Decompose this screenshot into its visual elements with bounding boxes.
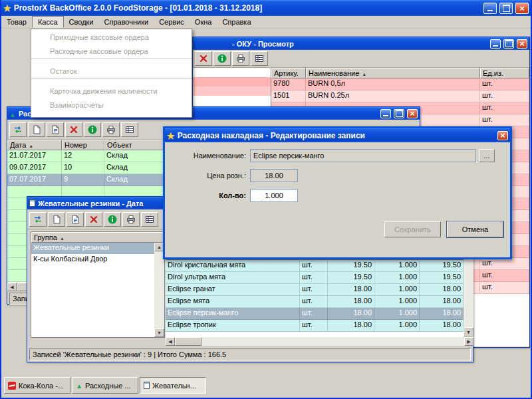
menu-item[interactable]: Справочники [99,16,154,28]
list-button[interactable] [141,212,158,227]
oku-group-row[interactable] [193,77,271,86]
table-row[interactable]: Dirol ультра мята шт. 19.50 1.000 19.50 [166,272,464,284]
menu-item[interactable]: Окна [190,16,217,28]
cancel-button[interactable]: Отмена [447,221,503,237]
dropdown-menu-item[interactable]: Остаток [31,65,192,79]
invoices-maximize-button[interactable] [394,109,404,118]
table-row[interactable]: Dirol кристальная мята шт. 19.50 1.000 1… [166,260,464,272]
menu-item[interactable]: Товар [1,16,32,28]
info-button[interactable] [104,212,121,227]
maximize-button[interactable] [499,3,513,14]
column-header-number[interactable]: Номер [62,140,104,150]
list-icon [254,53,265,64]
dialog-title-bar[interactable]: Расходная накладная - Редактирование зап… [165,128,510,142]
edit-record-button[interactable] [66,212,84,227]
info-icon [107,214,118,225]
green-triangle-icon [76,382,82,390]
main-title-bar[interactable]: ProstorX BackOffice 2.0.0 FoodStorage - … [1,0,531,16]
group-row[interactable]: Жевательные резинки [31,243,164,254]
edit-document-icon [50,124,61,135]
taskbar-button-cola[interactable]: Кока-Кола -... [4,377,70,394]
scrollbar-track[interactable] [201,337,464,346]
gum-window-icon [29,200,35,207]
menu-item[interactable]: Сервис [154,16,190,28]
table-row[interactable]: Eclipse тропик шт. 18.00 1.000 18.00 [166,320,464,332]
column-header-art[interactable]: Артику. [271,68,306,78]
oku-close-button[interactable] [517,39,527,49]
print-button[interactable] [122,212,140,227]
list-button[interactable] [121,122,138,137]
page-icon [144,382,150,389]
qty-label: Кол-во: [190,192,246,200]
scroll-down-button[interactable] [464,327,473,336]
oku-title-bar[interactable]: - ОКУ - Просмотр [193,37,529,50]
scroll-down-button[interactable] [154,329,164,337]
invoices-close-button[interactable] [407,109,418,118]
gum-status-bar: Записей 'Жевательные резинки' : 9 | Итог… [29,348,471,360]
table-row[interactable]: Eclipse гранат шт. 18.00 1.000 18.00 [166,284,464,296]
price-field[interactable] [250,169,298,182]
delete-button[interactable] [65,122,82,137]
taskbar-button-label: Расходные ... [85,382,131,390]
table-row[interactable]: 1501 BURN 0.25л шт. [271,90,529,102]
scrollbar-track[interactable] [464,259,473,327]
info-button[interactable] [84,122,101,137]
gum-horizontal-scrollbar[interactable] [166,336,473,346]
print-button[interactable] [232,51,249,66]
print-button[interactable] [102,122,120,137]
dropdown-menu-item[interactable]: Взаиморасчеты [31,98,192,112]
taskbar-button-gum[interactable]: Жевательн... [140,377,206,394]
invoices-minimize-button[interactable] [380,109,391,118]
oku-table-header: Артику. Наименование Ед.из. [271,68,529,78]
group-row[interactable]: К-сы Колбасный Двор [31,254,164,265]
menu-item[interactable]: Сводки [64,16,99,28]
gum-rows: Dirol кристальная мята шт. 19.50 1.000 1… [166,260,464,332]
price-label: Цена розн.: [190,172,246,180]
list-icon [144,214,155,225]
scroll-left-button[interactable] [166,337,175,346]
column-header-name[interactable]: Наименование [306,68,480,78]
oku-group-row[interactable] [193,86,271,96]
save-button[interactable]: Сохранить [384,221,441,237]
taskbar-button-invoices[interactable]: Расходные ... [72,377,138,394]
close-button[interactable] [515,3,529,14]
column-header-date[interactable]: Дата [7,140,62,150]
column-header-unit[interactable]: Ед.из. [480,68,529,78]
delete-button[interactable] [85,212,102,227]
list-button[interactable] [251,51,268,66]
info-button[interactable] [213,51,231,66]
table-row[interactable]: Eclipse персик-манго шт. 18.00 1.000 18.… [166,308,464,320]
new-record-button[interactable] [28,122,45,137]
browse-button[interactable]: ... [479,149,495,162]
table-row[interactable]: 9780 BURN 0,5л шт. [271,78,529,90]
scroll-right-button[interactable] [464,337,473,346]
menu-item[interactable]: Справка [217,16,256,28]
oku-minimize-button[interactable] [490,39,501,49]
qty-field[interactable] [250,189,298,202]
scrollbar-thumb[interactable] [175,337,201,346]
table-row[interactable]: Eclipse мята шт. 18.00 1.000 18.00 [166,296,464,308]
name-field[interactable] [250,149,476,162]
delete-button[interactable] [195,51,212,66]
group-column-header[interactable]: Группа [31,232,164,243]
app-icon [3,2,11,14]
minimize-button[interactable] [483,3,497,14]
dropdown-menu-item[interactable]: Приходные кассовые ордера [31,31,192,45]
dialog-close-button[interactable] [497,131,508,140]
refresh-button[interactable] [29,212,47,227]
group-list: Жевательные резинкиК-сы Колбасный Двор [31,243,164,265]
name-row: Наименование: ... [165,149,510,162]
edit-record-button[interactable] [47,122,64,137]
edit-document-icon [70,214,80,225]
dropdown-menu-item[interactable]: Расходные кассовые ордера [31,45,192,59]
new-record-button[interactable] [48,212,65,227]
refresh-button[interactable] [9,122,27,137]
scroll-left-button[interactable] [7,283,17,291]
menu-item[interactable]: Касса [32,16,64,28]
oku-maximize-button[interactable] [503,39,514,49]
gum-vertical-scrollbar[interactable] [464,249,473,336]
price-row: Цена розн.: [165,169,510,182]
gum-table: Наименование Ед. Цена Кол-во Сумма Dirol… [166,249,464,336]
dropdown-menu-item[interactable]: Карточка движения наличности [31,84,192,98]
dialog-title: Расходная накладная - Редактирование зап… [178,131,495,140]
